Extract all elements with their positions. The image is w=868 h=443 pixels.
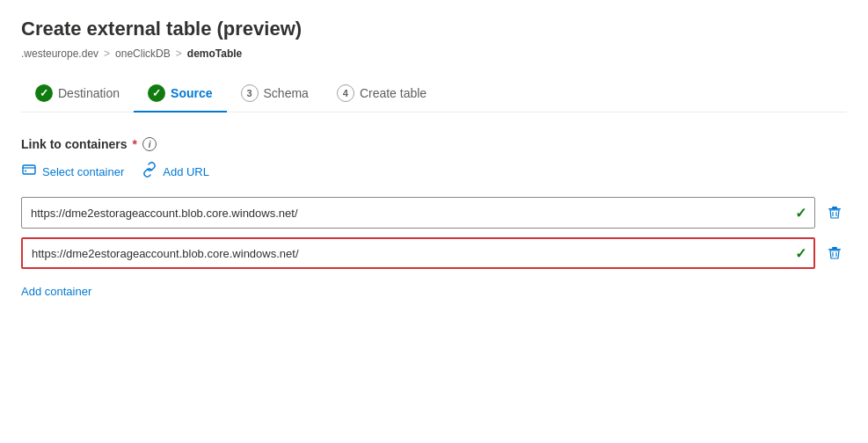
select-container-action[interactable]: Select container	[21, 162, 124, 181]
destination-check-icon: ✓	[35, 84, 53, 102]
add-url-label: Add URL	[163, 165, 209, 178]
input-1-check-icon: ✓	[795, 205, 806, 222]
select-container-label: Select container	[42, 165, 124, 178]
input-row-1: ✓	[21, 197, 847, 229]
tab-schema-label: Schema	[264, 86, 309, 100]
input-row-2: ✓	[21, 237, 847, 269]
url-input-2[interactable]	[21, 237, 815, 269]
input-2-check-icon: ✓	[795, 245, 806, 262]
breadcrumb-separator-0: >	[104, 47, 110, 60]
tab-source[interactable]: ✓ Source	[134, 76, 226, 113]
delete-input-2-button[interactable]	[822, 241, 847, 265]
add-url-icon	[142, 162, 157, 181]
tab-destination[interactable]: ✓ Destination	[21, 76, 134, 113]
svg-point-1	[25, 171, 26, 172]
required-star: *	[133, 137, 137, 151]
url-input-1[interactable]	[21, 197, 815, 229]
tab-bar: ✓ Destination ✓ Source 3 Schema 4 Create…	[21, 76, 847, 113]
svg-rect-7	[828, 249, 841, 251]
section-label-text: Link to containers	[21, 137, 128, 151]
source-check-icon: ✓	[148, 84, 165, 102]
svg-rect-2	[832, 207, 837, 208]
sub-actions: Select container Add URL	[21, 162, 847, 181]
tab-destination-label: Destination	[58, 86, 120, 100]
breadcrumb-item-0: .westeurope.dev	[21, 47, 98, 60]
tab-schema[interactable]: 3 Schema	[227, 76, 323, 113]
info-icon[interactable]: i	[142, 137, 157, 151]
add-url-action[interactable]: Add URL	[142, 162, 209, 181]
main-content: Link to containers * i Select container	[21, 113, 847, 298]
tab-create-table-label: Create table	[360, 86, 427, 100]
breadcrumb-separator-1: >	[176, 47, 182, 60]
input-wrapper-2: ✓	[21, 237, 815, 269]
tab-create-table[interactable]: 4 Create table	[323, 76, 441, 113]
schema-step-circle: 3	[241, 84, 259, 102]
svg-rect-0	[23, 165, 35, 174]
svg-rect-6	[832, 247, 837, 249]
svg-rect-3	[828, 208, 841, 210]
create-table-step-circle: 4	[337, 84, 354, 102]
page-container: Create external table (preview) .westeur…	[0, 0, 868, 443]
select-container-icon	[21, 162, 37, 181]
breadcrumb: .westeurope.dev > oneClickDB > demoTable	[21, 47, 847, 60]
add-container-link[interactable]: Add container	[21, 285, 91, 298]
delete-input-1-button[interactable]	[822, 200, 847, 225]
page-title: Create external table (preview)	[21, 18, 847, 40]
breadcrumb-item-1: oneClickDB	[115, 47, 171, 60]
breadcrumb-item-current: demoTable	[187, 47, 242, 60]
section-label: Link to containers * i	[21, 137, 847, 151]
input-wrapper-1: ✓	[21, 197, 815, 229]
tab-source-label: Source	[171, 86, 212, 100]
